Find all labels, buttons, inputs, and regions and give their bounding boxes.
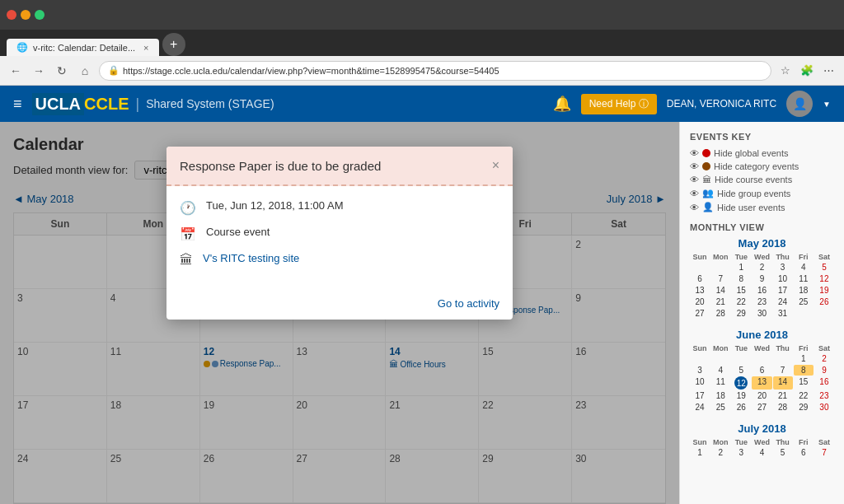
mini-cal-day[interactable]: 26 xyxy=(731,402,751,413)
eye-global-icon[interactable]: 👁 xyxy=(690,148,699,158)
menu-icon[interactable]: ⋯ xyxy=(819,62,837,80)
mini-cal-day[interactable]: 24 xyxy=(690,402,710,413)
mini-cal-day[interactable]: 14 xyxy=(710,285,730,296)
address-bar[interactable]: 🔒 https://stage.ccle.ucla.edu/calendar/v… xyxy=(99,61,771,81)
mini-cal-day[interactable]: 27 xyxy=(752,402,771,413)
mini-cal-day[interactable]: 12 xyxy=(814,273,834,284)
mini-cal-day[interactable]: 6 xyxy=(690,273,710,284)
mini-cal-day[interactable]: 2 xyxy=(752,262,771,273)
mini-cal-day[interactable]: 13 xyxy=(690,285,710,296)
mini-cal-day[interactable]: 25 xyxy=(794,296,814,307)
mini-cal-day[interactable]: 17 xyxy=(773,285,793,296)
mini-cal-day[interactable]: 8 xyxy=(794,365,814,376)
mini-cal-day[interactable]: 27 xyxy=(690,308,710,319)
mini-cal-day[interactable]: 1 xyxy=(690,447,710,458)
mini-cal-day[interactable]: 6 xyxy=(794,447,814,458)
mini-cal-day[interactable]: 30 xyxy=(752,308,771,319)
new-tab-button[interactable]: + xyxy=(162,33,185,56)
mini-cal-day[interactable]: 19 xyxy=(731,390,751,401)
mini-cal-day[interactable]: 21 xyxy=(710,296,730,307)
events-key-group: 👁 👥 Hide group events xyxy=(690,188,834,198)
mini-cal-july-title: July 2018 xyxy=(690,422,834,435)
mini-cal-day[interactable]: 4 xyxy=(752,447,771,458)
mini-cal-day[interactable]: 3 xyxy=(773,262,793,273)
mini-cal-day[interactable]: 22 xyxy=(794,390,814,401)
mini-cal-day[interactable]: 2 xyxy=(814,353,834,364)
modal-footer: Go to activity xyxy=(166,291,513,320)
mini-cal-day[interactable]: 1 xyxy=(794,353,814,364)
mini-cal-day[interactable]: 29 xyxy=(731,308,751,319)
mini-cal-may-grid: SunMonTueWedThuFriSat 12345 6789101112 1… xyxy=(690,253,834,319)
mini-cal-day[interactable]: 20 xyxy=(690,296,710,307)
eye-course-icon[interactable]: 👁 xyxy=(690,175,699,184)
mini-cal-day[interactable]: 26 xyxy=(814,296,834,307)
mini-cal-day[interactable]: 8 xyxy=(731,273,751,284)
mini-cal-day[interactable]: 11 xyxy=(794,273,814,284)
mini-cal-day[interactable]: 7 xyxy=(773,365,793,376)
active-tab[interactable]: 🌐 v-ritc: Calendar: Detaile... × xyxy=(7,39,159,56)
mini-cal-day[interactable]: 17 xyxy=(690,390,710,401)
mini-cal-day[interactable]: 15 xyxy=(794,376,814,390)
mini-cal-day[interactable]: 24 xyxy=(773,296,793,307)
mini-cal-day[interactable]: 30 xyxy=(814,402,834,413)
mini-cal-day[interactable]: 3 xyxy=(731,447,751,458)
tab-close-icon[interactable]: × xyxy=(143,43,148,53)
modal-close-button[interactable]: × xyxy=(492,158,499,173)
mini-cal-day[interactable]: 16 xyxy=(814,376,834,390)
mini-cal-day[interactable]: 28 xyxy=(773,402,793,413)
mini-cal-day[interactable]: 4 xyxy=(710,365,730,376)
mini-cal-day[interactable]: 22 xyxy=(731,296,751,307)
mini-cal-day[interactable]: 7 xyxy=(710,273,730,284)
mini-cal-day[interactable]: 10 xyxy=(773,273,793,284)
eye-user-icon[interactable]: 👁 xyxy=(690,203,699,212)
hamburger-icon[interactable]: ≡ xyxy=(13,96,22,113)
mini-cal-day[interactable]: 10 xyxy=(690,376,710,390)
mini-cal-day[interactable]: 15 xyxy=(731,285,751,296)
avatar[interactable]: 👤 xyxy=(786,91,813,117)
modal-site-link[interactable]: V's RITC testing site xyxy=(203,252,299,264)
eye-group-icon[interactable]: 👁 xyxy=(690,189,699,198)
mini-cal-day[interactable]: 25 xyxy=(710,402,730,413)
mini-cal-day[interactable]: 12 xyxy=(734,376,748,390)
mini-cal-day[interactable]: 20 xyxy=(752,390,771,401)
mini-cal-day[interactable]: 18 xyxy=(794,285,814,296)
back-button[interactable]: ← xyxy=(7,62,25,80)
mini-cal-day[interactable]: 5 xyxy=(773,447,793,458)
app-header: ≡ UCLACCLE | Shared System (STAGE) 🔔 Nee… xyxy=(0,86,844,122)
mini-cal-day[interactable]: 3 xyxy=(690,365,710,376)
mini-cal-day[interactable]: 18 xyxy=(710,390,730,401)
mini-cal-day[interactable]: 29 xyxy=(794,402,814,413)
mini-cal-day[interactable]: 2 xyxy=(710,447,730,458)
mini-cal-day[interactable]: 1 xyxy=(731,262,751,273)
refresh-button[interactable]: ↻ xyxy=(53,62,71,80)
mini-cal-day[interactable]: 5 xyxy=(814,262,834,273)
mini-cal-day[interactable]: 14 xyxy=(773,376,793,390)
mini-cal-day[interactable]: 16 xyxy=(752,285,771,296)
extensions-icon[interactable]: 🧩 xyxy=(798,62,816,80)
eye-category-icon[interactable]: 👁 xyxy=(690,161,699,171)
home-button[interactable]: ⌂ xyxy=(76,62,94,80)
user-menu-chevron[interactable]: ▼ xyxy=(823,100,831,109)
go-to-activity-link[interactable]: Go to activity xyxy=(438,297,499,310)
mini-cal-day[interactable]: 11 xyxy=(710,376,730,390)
logo-area: UCLACCLE | Shared System (STAGE) xyxy=(32,93,274,115)
bell-icon[interactable]: 🔔 xyxy=(553,95,571,113)
mini-cal-day[interactable]: 19 xyxy=(814,285,834,296)
need-help-button[interactable]: Need Help ⓘ xyxy=(581,94,657,114)
mini-cal-day[interactable]: 6 xyxy=(752,365,771,376)
mini-cal-day[interactable]: 9 xyxy=(814,365,834,376)
mini-cal-day[interactable]: 9 xyxy=(752,273,771,284)
monthly-view-title: MONTHLY VIEW xyxy=(690,222,834,232)
mini-cal-day[interactable]: 13 xyxy=(752,376,771,390)
calendar-icon: 📅 xyxy=(180,226,196,242)
mini-cal-day[interactable]: 21 xyxy=(773,390,793,401)
forward-button[interactable]: → xyxy=(30,62,48,80)
mini-cal-day[interactable]: 23 xyxy=(752,296,771,307)
mini-cal-day[interactable]: 4 xyxy=(794,262,814,273)
mini-cal-day[interactable]: 28 xyxy=(710,308,730,319)
mini-cal-day[interactable]: 7 xyxy=(814,447,834,458)
mini-cal-day[interactable]: 5 xyxy=(731,365,751,376)
bookmark-icon[interactable]: ☆ xyxy=(776,62,795,80)
mini-cal-day[interactable]: 23 xyxy=(814,390,834,401)
mini-cal-day[interactable]: 31 xyxy=(773,308,793,319)
